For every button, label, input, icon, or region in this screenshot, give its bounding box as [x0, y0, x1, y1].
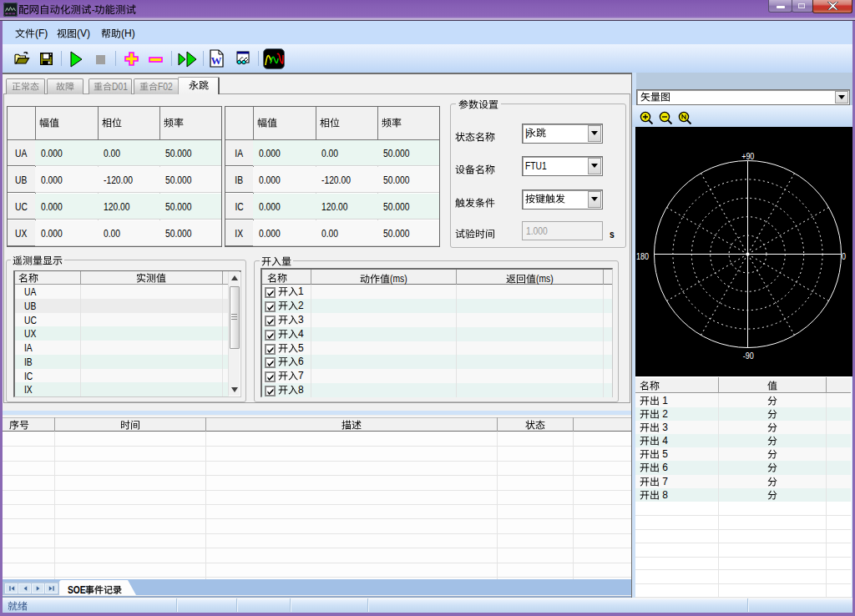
svg-text:W: W — [211, 54, 222, 67]
